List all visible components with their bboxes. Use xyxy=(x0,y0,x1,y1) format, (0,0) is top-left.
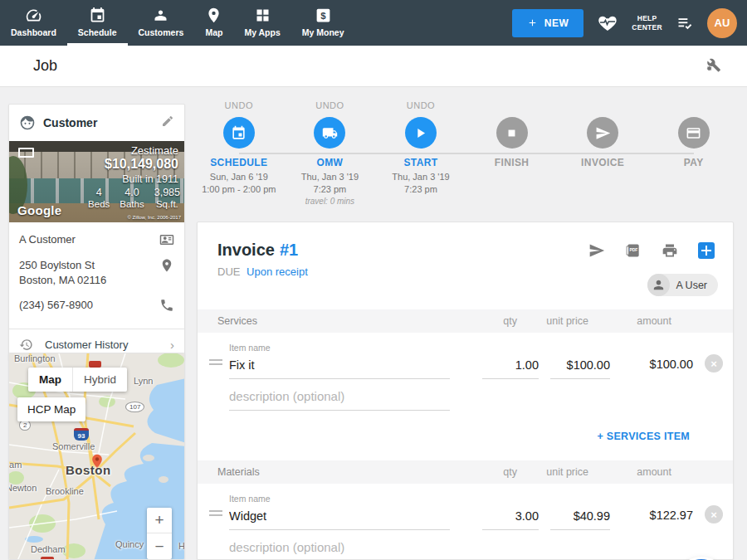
assignee-chip[interactable]: A User xyxy=(647,274,718,296)
nav-item-my-apps[interactable]: My Apps xyxy=(233,0,290,46)
user-avatar[interactable]: AU xyxy=(707,8,737,38)
delete-material-item-button[interactable]: × xyxy=(705,505,723,523)
material-item-name-input[interactable] xyxy=(229,508,450,530)
material-description-input[interactable] xyxy=(229,538,450,560)
help-center-line1: HELP xyxy=(632,14,662,23)
service-line-item: $100.00 × xyxy=(198,354,733,379)
top-navigation: Dashboard Schedule Customers Map My Apps… xyxy=(0,0,747,46)
map-zoom-control: + − xyxy=(147,508,172,559)
location-pin-icon[interactable] xyxy=(159,258,174,273)
calendar-icon xyxy=(231,125,247,141)
service-item-name-input[interactable] xyxy=(229,357,450,379)
route-shield-red-top xyxy=(89,361,101,368)
map-widget: Burlington Lynn 107 2 93 Somerville ham … xyxy=(8,353,185,560)
new-button[interactable]: NEW xyxy=(512,9,584,37)
service-amount: $100.00 xyxy=(623,358,693,379)
edit-customer-icon[interactable] xyxy=(161,114,174,131)
delete-service-item-button[interactable]: × xyxy=(705,354,723,373)
due-terms-link[interactable]: Upon receipt xyxy=(247,265,308,278)
pdf-icon[interactable]: PDF xyxy=(625,242,642,259)
svg-text:$: $ xyxy=(320,10,326,20)
step-label: INVOICE xyxy=(557,157,648,168)
fact-baths: 4.0Baths xyxy=(120,187,144,209)
nav-item-my-money[interactable]: $ My Money xyxy=(291,0,355,46)
route-shield-red-bottom xyxy=(41,557,54,560)
street-view-icon[interactable] xyxy=(18,148,34,158)
step-date: Sun, Jan 6 '191:00 pm - 2:00 pm xyxy=(193,171,285,196)
map-type-hybrid-button[interactable]: Hybrid xyxy=(73,368,127,392)
map-label-quincy: Quincy xyxy=(115,539,144,549)
schedule-step-button[interactable] xyxy=(223,117,255,149)
contact-card-icon[interactable] xyxy=(159,232,174,247)
map-label-hingham: Hi xyxy=(178,541,185,551)
step-pay: PAY xyxy=(648,100,740,206)
drag-handle-icon[interactable] xyxy=(209,357,222,368)
step-label: SCHEDULE xyxy=(193,157,285,168)
service-unit-price-input[interactable] xyxy=(550,357,610,379)
add-invoice-item-button[interactable] xyxy=(698,242,715,259)
apps-grid-icon xyxy=(254,7,271,24)
materials-title: Materials xyxy=(217,466,461,478)
dashboard-icon xyxy=(25,7,42,24)
stop-icon xyxy=(504,125,520,141)
drag-handle-icon[interactable] xyxy=(209,508,222,519)
hcp-map-button[interactable]: HCP Map xyxy=(17,397,85,421)
step-date: Thu, Jan 3 '197:23 pm xyxy=(375,171,466,196)
google-logo: Google xyxy=(17,203,61,217)
finish-step-button[interactable] xyxy=(496,117,528,149)
page-title: Job xyxy=(33,57,57,75)
credit-card-icon xyxy=(686,125,701,141)
due-label: DUE xyxy=(217,265,240,278)
service-qty-input[interactable] xyxy=(482,357,539,379)
undo-start-button[interactable]: UNDO xyxy=(375,100,466,112)
omw-step-button[interactable] xyxy=(314,117,345,149)
service-description-input[interactable] xyxy=(229,387,450,411)
pay-step-button[interactable] xyxy=(678,117,710,149)
nav-item-map[interactable]: Map xyxy=(194,0,233,46)
help-center-link[interactable]: HELP CENTER xyxy=(632,14,662,32)
invoice-number[interactable]: #1 xyxy=(280,241,298,259)
undo-omw-button[interactable]: UNDO xyxy=(285,100,376,112)
zestimate-overlay: Zestimate $10,149,080 Built in 1911 4Bed… xyxy=(9,141,184,222)
page-header: Job xyxy=(0,46,747,87)
step-label: OMW xyxy=(285,157,376,168)
map-label-somerville: Somerville xyxy=(52,441,95,451)
customer-history-label: Customer History xyxy=(45,338,170,351)
property-photo[interactable]: Zestimate $10,149,080 Built in 1911 4Bed… xyxy=(9,141,184,222)
add-services-item-link[interactable]: + SERVICES ITEM xyxy=(198,431,690,442)
services-title: Services xyxy=(217,315,461,327)
amount-column-header: amount xyxy=(602,466,671,478)
material-qty-input[interactable] xyxy=(482,508,539,530)
nav-item-dashboard[interactable]: Dashboard xyxy=(0,0,67,46)
undo-schedule-button[interactable]: UNDO xyxy=(193,100,285,112)
map-type-map-button[interactable]: Map xyxy=(28,368,73,392)
map-label-newton: Newton xyxy=(8,483,37,493)
invoice-step-button[interactable] xyxy=(587,117,618,149)
checklist-icon[interactable] xyxy=(676,15,694,32)
nav-item-label: My Money xyxy=(302,27,344,37)
nav-item-customers[interactable]: Customers xyxy=(128,0,195,46)
zestimate-label: Zestimate xyxy=(131,144,178,157)
step-date: Thu, Jan 3 '197:23 pm xyxy=(285,171,376,196)
start-step-button[interactable] xyxy=(405,117,437,149)
map-label-lynn: Lynn xyxy=(134,376,153,386)
phone-icon[interactable] xyxy=(159,298,174,313)
step-label: START xyxy=(375,157,466,168)
unit-price-column-header: unit price xyxy=(529,466,588,478)
material-unit-price-input[interactable] xyxy=(550,508,610,530)
nav-item-schedule[interactable]: Schedule xyxy=(67,0,128,46)
map-label-dedham: Dedham xyxy=(31,544,66,554)
map-pin-icon xyxy=(205,7,222,24)
job-settings-icon[interactable] xyxy=(704,56,722,77)
address-line1: 250 Boylston St xyxy=(19,258,159,273)
invoice-title: Invoice xyxy=(217,241,275,259)
plus-icon xyxy=(527,17,538,28)
heart-pulse-icon[interactable] xyxy=(597,13,618,33)
print-icon[interactable] xyxy=(662,242,678,259)
nav-right-actions: NEW HELP CENTER AU xyxy=(512,0,747,46)
send-invoice-icon[interactable] xyxy=(588,242,605,259)
map-zoom-in-button[interactable]: + xyxy=(147,508,172,533)
map-zoom-out-button[interactable]: − xyxy=(147,533,172,559)
nav-item-label: My Apps xyxy=(244,27,280,37)
undo-spacer xyxy=(466,100,558,112)
